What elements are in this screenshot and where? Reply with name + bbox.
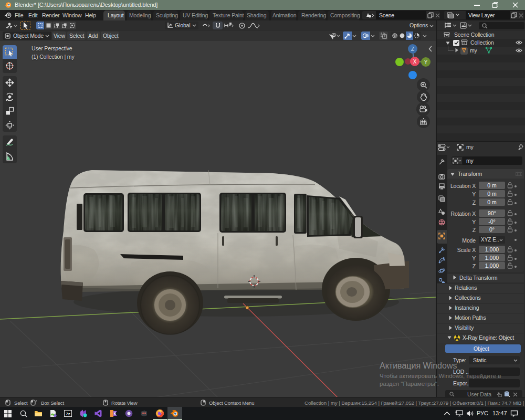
svg-text:X: X xyxy=(413,59,417,65)
svg-text:Y: Y xyxy=(424,59,428,65)
svg-text:7z: 7z xyxy=(66,412,70,416)
svg-text:Z: Z xyxy=(411,46,414,52)
